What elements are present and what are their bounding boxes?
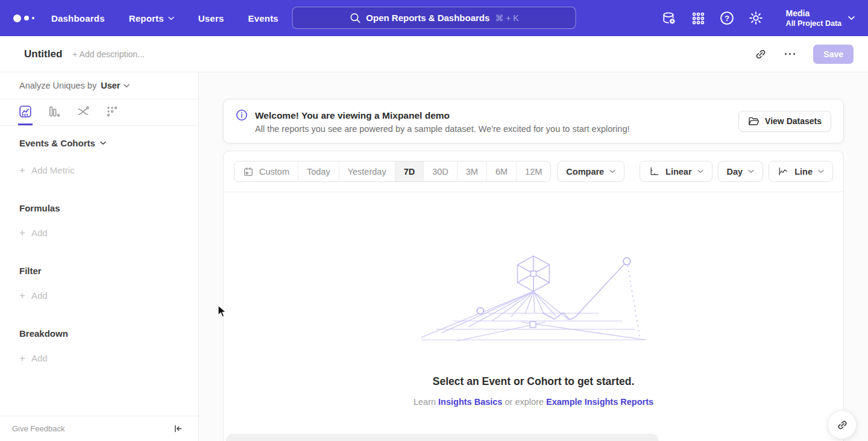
insights-basics-link[interactable]: Insights Basics bbox=[438, 397, 502, 407]
section-title: Events & Cohorts bbox=[19, 138, 95, 148]
project-switcher[interactable]: Media All Project Data bbox=[786, 8, 855, 28]
report-title[interactable]: Untitled bbox=[24, 48, 62, 60]
bar-chart-icon bbox=[48, 105, 61, 118]
date-range-label: Custom bbox=[259, 167, 289, 177]
date-range-label: 7D bbox=[404, 167, 415, 177]
add-filter-label: Add bbox=[31, 290, 48, 301]
svg-text:?: ? bbox=[725, 14, 729, 23]
chevron-down-icon bbox=[818, 169, 824, 174]
date-range-label: 3M bbox=[466, 167, 478, 177]
interval-selector-button[interactable]: Day bbox=[718, 161, 764, 182]
link-icon bbox=[837, 419, 848, 431]
date-range-label: Yesterday bbox=[348, 167, 386, 177]
nav-item-dashboards[interactable]: Dashboards bbox=[51, 13, 105, 23]
chevron-down-icon bbox=[609, 169, 615, 174]
plus-icon: + bbox=[19, 290, 25, 301]
date-range-30d[interactable]: 30D bbox=[423, 161, 457, 181]
date-range-3m[interactable]: 3M bbox=[457, 161, 486, 181]
learn-prefix: Learn bbox=[414, 397, 438, 407]
save-button[interactable]: Save bbox=[813, 45, 854, 64]
dot-grid-icon bbox=[105, 105, 119, 118]
plus-icon: + bbox=[19, 353, 25, 363]
example-insights-reports-link[interactable]: Example Insights Reports bbox=[546, 397, 653, 407]
line-chart-icon bbox=[19, 105, 32, 118]
report-header: Untitled + Add description... Save bbox=[0, 36, 868, 72]
compare-button[interactable]: Compare bbox=[557, 161, 624, 182]
date-range-segmented-control: Custom Today Yesterday 7D 30D 3M 6M 12M bbox=[234, 161, 551, 182]
banner-title: Welcome! You are viewing a Mixpanel demo bbox=[255, 110, 630, 121]
tab-bar-chart[interactable] bbox=[47, 99, 61, 125]
help-icon[interactable]: ? bbox=[720, 11, 735, 26]
chart-toolbar: Custom Today Yesterday 7D 30D 3M 6M 12M … bbox=[224, 151, 843, 192]
collapse-sidebar-icon[interactable] bbox=[173, 424, 183, 434]
compare-label: Compare bbox=[566, 167, 604, 177]
date-range-label: Today bbox=[307, 167, 330, 177]
analyze-label: Analyze Uniques by bbox=[19, 81, 96, 90]
flow-chart-icon bbox=[77, 105, 90, 118]
add-breakdown-button[interactable]: + Add bbox=[19, 353, 198, 363]
scale-selector-button[interactable]: Linear bbox=[640, 161, 712, 182]
chevron-down-icon bbox=[168, 16, 174, 20]
report-description-placeholder[interactable]: + Add description... bbox=[72, 49, 144, 59]
line-chart-icon bbox=[778, 166, 789, 177]
date-range-label: 6M bbox=[495, 167, 508, 177]
date-range-yesterday[interactable]: Yesterday bbox=[339, 161, 395, 181]
date-range-12m[interactable]: 12M bbox=[516, 161, 550, 181]
project-scope: All Project Data bbox=[786, 19, 841, 28]
nav-item-users[interactable]: Users bbox=[198, 13, 224, 23]
nav-item-events[interactable]: Events bbox=[248, 13, 278, 23]
date-range-7d[interactable]: 7D bbox=[395, 161, 424, 181]
section-filter: Filter bbox=[19, 266, 198, 276]
add-breakdown-label: Add bbox=[31, 353, 48, 363]
chevron-down-icon bbox=[697, 169, 703, 174]
apps-grid-icon[interactable] bbox=[691, 11, 706, 26]
section-title: Filter bbox=[19, 266, 42, 276]
section-title: Formulas bbox=[19, 203, 60, 213]
section-title: Breakdown bbox=[19, 328, 68, 339]
search-placeholder: Open Reports & Dashboards bbox=[366, 13, 489, 23]
mixpanel-logo[interactable] bbox=[0, 14, 51, 22]
empty-state: Select an Event or Cohort to get started… bbox=[224, 192, 843, 407]
empty-state-heading: Select an Event or Cohort to get started… bbox=[224, 375, 843, 388]
plus-icon: + bbox=[19, 228, 25, 238]
interval-label: Day bbox=[727, 167, 743, 177]
share-link-button[interactable] bbox=[828, 410, 857, 439]
or-explore-text: or explore bbox=[502, 397, 546, 407]
tab-dot-grid[interactable] bbox=[105, 99, 119, 125]
nav-right: ? Media All Project Data bbox=[662, 8, 868, 28]
add-formula-button[interactable]: + Add bbox=[19, 228, 198, 238]
insights-chart-card: Custom Today Yesterday 7D 30D 3M 6M 12M … bbox=[223, 151, 844, 441]
tab-insights-line-chart[interactable] bbox=[18, 99, 33, 125]
date-range-6m[interactable]: 6M bbox=[486, 161, 516, 181]
global-search[interactable]: Open Reports & Dashboards ⌘ + K bbox=[292, 7, 576, 29]
date-range-today[interactable]: Today bbox=[298, 161, 339, 181]
results-panel-peek[interactable] bbox=[226, 434, 659, 441]
date-range-custom[interactable]: Custom bbox=[234, 161, 298, 181]
report-canvas: Welcome! You are viewing a Mixpanel demo… bbox=[199, 72, 868, 441]
view-datasets-label: View Datasets bbox=[765, 116, 822, 126]
chart-type-selector-button[interactable]: Line bbox=[769, 161, 833, 182]
sidebar-footer: Give Feedback bbox=[0, 416, 198, 441]
data-management-icon[interactable] bbox=[662, 11, 677, 26]
view-datasets-button[interactable]: View Datasets bbox=[738, 111, 831, 132]
demo-banner: Welcome! You are viewing a Mixpanel demo… bbox=[223, 99, 844, 143]
nav-label: Events bbox=[248, 13, 278, 23]
analyze-entity-selector[interactable]: User bbox=[101, 81, 130, 90]
section-breakdown: Breakdown bbox=[19, 328, 198, 339]
copy-link-icon[interactable] bbox=[755, 48, 767, 60]
nav-item-reports[interactable]: Reports bbox=[129, 13, 174, 23]
add-filter-button[interactable]: + Add bbox=[19, 290, 198, 301]
search-icon bbox=[349, 12, 360, 23]
top-nav: Dashboards Reports Users Events Open Rep… bbox=[0, 0, 868, 36]
tab-flow-chart[interactable] bbox=[76, 99, 90, 125]
date-range-label: 12M bbox=[525, 167, 542, 177]
give-feedback-link[interactable]: Give Feedback bbox=[12, 424, 64, 433]
chart-type-tabs bbox=[0, 99, 198, 126]
scale-label: Linear bbox=[665, 167, 692, 177]
project-name: Media bbox=[786, 8, 841, 19]
query-sidebar: Analyze Uniques by User bbox=[0, 72, 199, 441]
more-options-button[interactable] bbox=[782, 51, 798, 58]
settings-icon[interactable] bbox=[749, 11, 764, 26]
section-events-cohorts[interactable]: Events & Cohorts bbox=[19, 138, 198, 148]
add-metric-button[interactable]: + Add Metric bbox=[19, 165, 198, 175]
